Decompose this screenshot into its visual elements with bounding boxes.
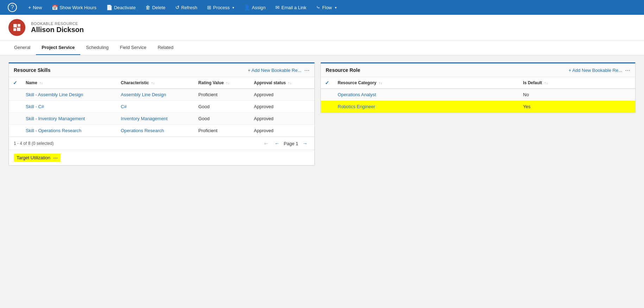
resource-skills-panel: Resource Skills + Add New Bookable Re...… — [8, 62, 315, 166]
row-check-cell[interactable] — [9, 113, 21, 125]
nav-new-button[interactable]: + New — [23, 0, 47, 15]
approval-status-cell: Approved — [250, 89, 314, 101]
skill-name-cell: Skill - C# — [21, 101, 117, 113]
target-utilization-highlight: Target Utilization --- — [14, 154, 61, 162]
table-row: Skill - Inventory Management Inventory M… — [9, 113, 314, 125]
approval-sort-icon: ↑↓ — [288, 81, 292, 85]
skill-name-cell: Skill - Inventory Management — [21, 113, 117, 125]
check-all-icon: ✓ — [13, 80, 17, 86]
role-check-cell[interactable] — [321, 101, 333, 113]
role-check-header[interactable]: ✓ — [321, 77, 333, 89]
delete-icon: 🗑 — [145, 5, 150, 10]
skills-approval-header[interactable]: Approval status ↑↓ — [250, 77, 314, 89]
table-row: Skill - Assembly Line Design Assembly Li… — [9, 89, 314, 101]
record-header: BOOKABLE RESOURCE Allison Dickson — [0, 15, 644, 41]
rating-value-cell: Good — [194, 113, 250, 125]
rating-value-cell: Good — [194, 101, 250, 113]
chevron-down-icon: ▾ — [232, 6, 234, 10]
svg-rect-0 — [13, 24, 17, 27]
record-type: BOOKABLE RESOURCE — [31, 21, 84, 26]
default-sort-icon: ↑↓ — [544, 81, 548, 85]
category-cell: Operations Analyst — [333, 89, 519, 101]
nav-assign-button[interactable]: 👤 Assign — [239, 0, 270, 15]
top-nav: ? + New 📅 Show Work Hours 📄 Deactivate 🗑… — [0, 0, 644, 15]
nav-flow-button[interactable]: ⤷ Flow ▾ — [311, 0, 341, 15]
tab-project-service[interactable]: Project Service — [36, 41, 80, 55]
nav-process-button[interactable]: ⊞ Process ▾ — [202, 0, 239, 15]
approval-status-cell: Approved — [250, 101, 314, 113]
skills-name-header[interactable]: Name ↑↓ — [21, 77, 117, 89]
characteristic-cell: Inventory Management — [117, 113, 194, 125]
record-name: Allison Dickson — [31, 26, 84, 34]
add-new-role-button[interactable]: + Add New Bookable Re... — [569, 68, 622, 73]
prev-page-button[interactable]: ← — [273, 140, 282, 147]
skills-rating-header[interactable]: Rating Value ↑↓ — [194, 77, 250, 89]
is-default-cell: Yes — [519, 101, 635, 113]
nav-refresh-button[interactable]: ↺ Refresh — [170, 0, 202, 15]
rating-sort-icon: ↑↓ — [226, 81, 230, 85]
role-check-cell[interactable] — [321, 89, 333, 101]
characteristic-cell: Operations Research — [117, 125, 194, 137]
main-content: Resource Skills + Add New Bookable Re...… — [0, 55, 644, 173]
add-new-skill-button[interactable]: + Add New Bookable Re... — [248, 68, 301, 73]
rating-value-cell: Proficient — [194, 89, 250, 101]
chevron-down-icon-flow: ▾ — [335, 6, 337, 10]
resource-role-title: Resource Role — [326, 67, 569, 73]
target-utilization-label: Target Utilization — [17, 155, 50, 160]
resource-skills-header: Resource Skills + Add New Bookable Re...… — [9, 63, 314, 77]
name-sort-icon: ↑↓ — [39, 81, 43, 85]
resource-role-table: ✓ Resource Category ↑↓ Is Default ↑↓ Ope… — [321, 77, 635, 113]
skills-pagination: 1 - 4 of 8 (0 selected) ⇤ ← Page 1 → — [9, 137, 314, 150]
skill-name-cell: Skill - Assembly Line Design — [21, 89, 117, 101]
role-check-all-icon: ✓ — [325, 80, 329, 86]
approval-status-cell: Approved — [250, 113, 314, 125]
assign-icon: 👤 — [244, 5, 250, 10]
tabs-bar: General Project Service Scheduling Field… — [0, 41, 644, 55]
flow-icon: ⤷ — [316, 5, 320, 10]
first-page-button[interactable]: ⇤ — [262, 140, 270, 147]
characteristic-cell: Assembly Line Design — [117, 89, 194, 101]
tab-general[interactable]: General — [8, 41, 36, 55]
nav-show-work-hours-button[interactable]: 📅 Show Work Hours — [47, 0, 101, 15]
process-icon: ⊞ — [207, 5, 211, 10]
table-row: Skill - C# C# Good Approved — [9, 101, 314, 113]
pagination-info: 1 - 4 of 8 (0 selected) — [14, 141, 260, 146]
role-category-header[interactable]: Resource Category ↑↓ — [333, 77, 519, 89]
target-utilization-area: Target Utilization --- — [9, 150, 314, 165]
resource-skills-actions: + Add New Bookable Re... ··· — [248, 67, 310, 73]
email-icon: ✉ — [275, 5, 280, 10]
next-page-button[interactable]: → — [300, 140, 310, 147]
svg-rect-3 — [17, 27, 20, 31]
skills-check-header[interactable]: ✓ — [9, 77, 21, 89]
tab-scheduling[interactable]: Scheduling — [80, 41, 114, 55]
svg-rect-2 — [13, 28, 16, 31]
table-row: Skill - Operations Research Operations R… — [9, 125, 314, 137]
role-default-header[interactable]: Is Default ↑↓ — [519, 77, 635, 89]
deactivate-icon: 📄 — [106, 5, 112, 10]
new-icon: + — [28, 5, 31, 10]
refresh-icon: ↺ — [175, 5, 180, 10]
target-utilization-value: --- — [53, 155, 58, 160]
resource-role-panel: Resource Role + Add New Bookable Re... ·… — [320, 62, 636, 113]
skills-more-button[interactable]: ··· — [304, 67, 310, 73]
resource-skills-table: ✓ Name ↑↓ Characteristic ↑↓ Rating Value… — [9, 77, 314, 137]
tab-related[interactable]: Related — [152, 41, 179, 55]
nav-delete-button[interactable]: 🗑 Delete — [140, 0, 170, 15]
role-more-button[interactable]: ··· — [625, 67, 630, 73]
rating-value-cell: Proficient — [194, 125, 250, 137]
category-cell: Robotics Engineer — [333, 101, 519, 113]
row-check-cell[interactable] — [9, 101, 21, 113]
table-row: Operations Analyst No — [321, 89, 635, 101]
row-check-cell[interactable] — [9, 125, 21, 137]
record-title-area: BOOKABLE RESOURCE Allison Dickson — [31, 21, 84, 34]
row-check-cell[interactable] — [9, 89, 21, 101]
resource-skills-title: Resource Skills — [14, 67, 248, 73]
table-row: Robotics Engineer Yes — [321, 101, 635, 113]
nav-email-link-button[interactable]: ✉ Email a Link — [270, 0, 311, 15]
skills-characteristic-header[interactable]: Characteristic ↑↓ — [117, 77, 194, 89]
nav-deactivate-button[interactable]: 📄 Deactivate — [101, 0, 140, 15]
nav-info-button[interactable]: ? — [3, 0, 23, 15]
page-label: Page 1 — [284, 141, 298, 146]
tab-field-service[interactable]: Field Service — [114, 41, 152, 55]
category-sort-icon: ↑↓ — [379, 81, 382, 85]
